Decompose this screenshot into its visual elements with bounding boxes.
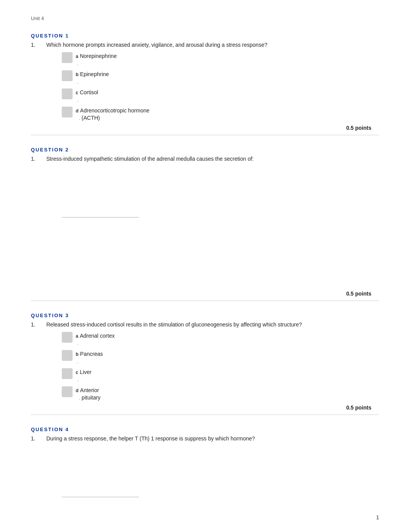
points-label-2: 0.5 points bbox=[31, 291, 379, 297]
answer-options-3: aAdrenal cortex.bPancreas.cLiver.dAnteri… bbox=[62, 332, 379, 401]
answer-option-1-a[interactable]: aNorepinephrine. bbox=[62, 52, 379, 66]
question-block-4: QUESTION 41.During a stress response, th… bbox=[31, 427, 379, 532]
answer-period-dot-1-b: . bbox=[77, 79, 78, 85]
answer-text-3-d: Anterior bbox=[80, 386, 99, 394]
answer-options-1: aNorepinephrine.bEpinephrine.cCortisol.d… bbox=[62, 52, 379, 121]
answer-box-1-b bbox=[62, 70, 73, 81]
question-row-3: 1.Released stress-induced cortisol resul… bbox=[31, 321, 379, 329]
blank-answer-area-4 bbox=[31, 497, 379, 532]
unit-label: Unit 4 bbox=[31, 15, 379, 21]
answer-period-dot-3-a: . bbox=[77, 341, 78, 346]
page-number: 1 bbox=[376, 514, 379, 520]
answer-letter-1-d: d bbox=[76, 108, 78, 114]
question-text-1: Which hormone prompts increased anxiety,… bbox=[46, 41, 379, 49]
answer-text-1-d: Adrenocorticotropic hormone bbox=[80, 107, 149, 115]
answer-box-1-c bbox=[62, 88, 73, 99]
answer-period-dot-1-a: . bbox=[77, 61, 78, 66]
question-text-2: Stress-induced sympathetic stimulation o… bbox=[46, 155, 379, 163]
question-block-1: QUESTION 11.Which hormone prompts increa… bbox=[31, 33, 379, 135]
points-label-3: 0.5 points bbox=[31, 405, 379, 411]
answer-box-3-c bbox=[62, 368, 73, 379]
answer-option-3-d[interactable]: dAnterior.pituitary bbox=[62, 386, 379, 401]
answer-text-3-b: Pancreas bbox=[80, 350, 103, 358]
answer-period-dot-1-c: . bbox=[77, 97, 78, 103]
question-number-3: 1. bbox=[31, 321, 46, 329]
option-label-wrap-3-b: bPancreas. bbox=[76, 350, 103, 364]
blank-answer-area-2 bbox=[31, 217, 379, 287]
question-number-4: 1. bbox=[31, 435, 46, 443]
answer-box-3-a bbox=[62, 332, 73, 343]
question-block-2: QUESTION 21.Stress-induced sympathetic s… bbox=[31, 147, 379, 301]
answer-box-3-d bbox=[62, 386, 73, 397]
answer-letter-1-b: b bbox=[76, 72, 78, 77]
answer-text-1-a: Norepinephrine bbox=[80, 52, 117, 60]
answer-text-1-b: Epinephrine bbox=[80, 70, 109, 78]
divider-2 bbox=[31, 301, 379, 301]
answer-letter-3-d: d bbox=[76, 388, 78, 393]
question-row-1: 1.Which hormone prompts increased anxiet… bbox=[31, 41, 379, 49]
points-label-1: 0.5 points bbox=[31, 125, 379, 131]
answer-box-1-d bbox=[62, 107, 73, 117]
answer-option-3-a[interactable]: aAdrenal cortex. bbox=[62, 332, 379, 346]
answer-box-3-b bbox=[62, 350, 73, 361]
answer-text-1-c: Cortisol bbox=[80, 88, 98, 97]
answer-sub-1-d: (ACTH) bbox=[80, 115, 100, 121]
question-number-2: 1. bbox=[31, 155, 46, 163]
divider-1 bbox=[31, 135, 379, 135]
answer-letter-1-c: c bbox=[76, 90, 78, 95]
answer-option-1-c[interactable]: cCortisol. bbox=[62, 88, 379, 103]
option-label-wrap-1-d: dAdrenocorticotropic hormone.(ACTH) bbox=[76, 107, 149, 121]
question-row-4: 1.During a stress response, the helper T… bbox=[31, 435, 379, 443]
answer-letter-3-b: b bbox=[76, 352, 78, 357]
question-header-4: QUESTION 4 bbox=[31, 427, 379, 432]
answer-option-3-b[interactable]: bPancreas. bbox=[62, 350, 379, 364]
answer-period-dot-3-b: . bbox=[77, 359, 78, 364]
answer-letter-3-a: a bbox=[76, 333, 78, 339]
answer-option-1-d[interactable]: dAdrenocorticotropic hormone.(ACTH) bbox=[62, 107, 379, 121]
option-label-wrap-1-b: bEpinephrine. bbox=[76, 70, 109, 85]
answer-option-1-b[interactable]: bEpinephrine. bbox=[62, 70, 379, 85]
question-header-1: QUESTION 1 bbox=[31, 33, 379, 39]
question-row-2: 1.Stress-induced sympathetic stimulation… bbox=[31, 155, 379, 163]
question-header-2: QUESTION 2 bbox=[31, 147, 379, 153]
option-label-wrap-1-a: aNorepinephrine. bbox=[76, 52, 117, 66]
option-label-wrap-3-a: aAdrenal cortex. bbox=[76, 332, 115, 346]
answer-period-dot-3-c: . bbox=[77, 377, 78, 382]
answer-sub-3-d: pituitary bbox=[80, 394, 100, 401]
divider-3 bbox=[31, 415, 379, 415]
question-header-3: QUESTION 3 bbox=[31, 313, 379, 318]
answer-text-3-c: Liver bbox=[80, 368, 91, 376]
answer-option-3-c[interactable]: cLiver. bbox=[62, 368, 379, 382]
answer-letter-1-a: a bbox=[76, 54, 78, 59]
answer-box-1-a bbox=[62, 52, 73, 63]
option-label-wrap-1-c: cCortisol. bbox=[76, 88, 98, 103]
question-block-3: QUESTION 31.Released stress-induced cort… bbox=[31, 313, 379, 415]
option-label-wrap-3-c: cLiver. bbox=[76, 368, 91, 382]
question-text-4: During a stress response, the helper T (… bbox=[46, 435, 379, 443]
answer-letter-3-c: c bbox=[76, 370, 78, 375]
option-label-wrap-3-d: dAnterior.pituitary bbox=[76, 386, 100, 401]
answer-text-3-a: Adrenal cortex bbox=[80, 332, 115, 340]
question-text-3: Released stress-induced cortisol results… bbox=[46, 321, 379, 329]
question-number-1: 1. bbox=[31, 41, 46, 49]
